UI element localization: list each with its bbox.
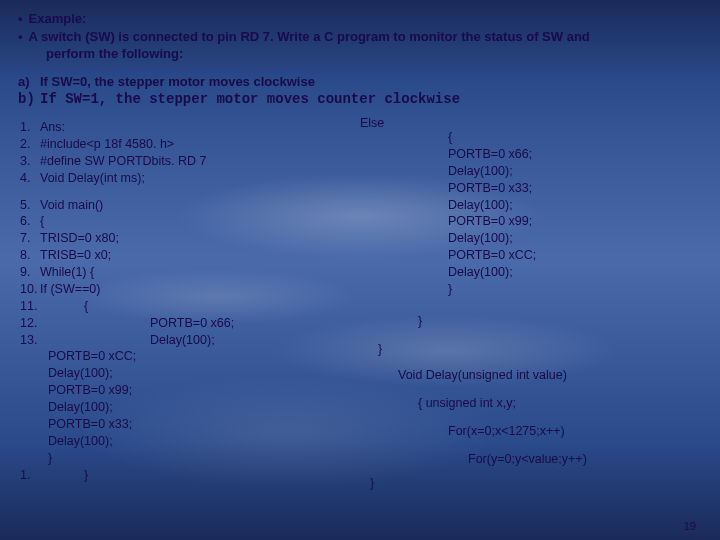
else-l3: Delay(100); [448,163,536,180]
delay-fn: Void Delay(unsigned int value) [398,367,567,384]
option-b-label: b) [18,90,40,109]
option-b-text: If SW=1, the stepper motor moves counter… [40,90,460,109]
close-brace-2: } [378,341,382,358]
header-line1: Example: [18,10,704,28]
options: a) If SW=0, the stepper motor moves cloc… [18,73,704,109]
code-l6: { [40,213,308,230]
else-l4: PORTB=0 x33; [448,180,536,197]
code-l13: Delay(100); [40,332,308,349]
code-l10: If (SW==0) [40,281,308,298]
else-l6: PORTB=0 x99; [448,213,536,230]
code-l11: { [40,298,308,315]
delay-fn-close: } [370,475,374,492]
delay-fn-open: { unsigned int x,y; [418,395,516,412]
code-right-column: Else { PORTB=0 x66; Delay(100); PORTB=0 … [308,115,704,483]
else-l2: PORTB=0 x66; [448,146,536,163]
code-bottom-num: 1. [18,467,40,484]
else-l8: PORTB=0 xCC; [448,247,536,264]
option-a-text: If SW=0, the stepper motor moves clockwi… [40,73,315,91]
code-sub4: Delay(100); [48,399,308,416]
header-line3: perform the following: [18,45,704,63]
close-brace-1: } [418,313,422,330]
option-a-label: a) [18,73,40,91]
code-l4: Void Delay(int ms); [40,170,308,187]
page-number: 19 [684,520,696,532]
code-sub1: PORTB=0 xCC; [48,348,308,365]
code-sub6: Delay(100); [48,433,308,450]
for-x: For(x=0;x<1275;x++) [448,423,565,440]
else-l7: Delay(100); [448,230,536,247]
code-l3: #define SW PORTDbits. RD 7 [40,153,308,170]
code-l9: While(1) { [40,264,308,281]
code-l5: Void main() [40,197,308,214]
code-bottom-close: } [40,467,308,484]
code-left-column: 1.Ans: 2.#include<p 18f 4580. h> 3.#defi… [18,115,308,483]
code-l8: TRISB=0 x0; [40,247,308,264]
header-line2: A switch (SW) is connected to pin RD 7. … [18,28,704,46]
for-y: For(y=0;y<value;y++) [468,451,587,468]
else-l1: { [448,129,536,146]
code-l7: TRISD=0 x80; [40,230,308,247]
else-l10: } [448,281,536,298]
code-sub5: PORTB=0 x33; [48,416,308,433]
code-sub3: PORTB=0 x99; [48,382,308,399]
code-l1: Ans: [40,119,308,136]
else-l9: Delay(100); [448,264,536,281]
code-l12: PORTB=0 x66; [40,315,308,332]
code-sub7: } [48,450,308,467]
code-l2: #include<p 18f 4580. h> [40,136,308,153]
code-sub2: Delay(100); [48,365,308,382]
example-header: Example: A switch (SW) is connected to p… [18,10,704,63]
else-keyword: Else [360,115,384,132]
else-l5: Delay(100); [448,197,536,214]
